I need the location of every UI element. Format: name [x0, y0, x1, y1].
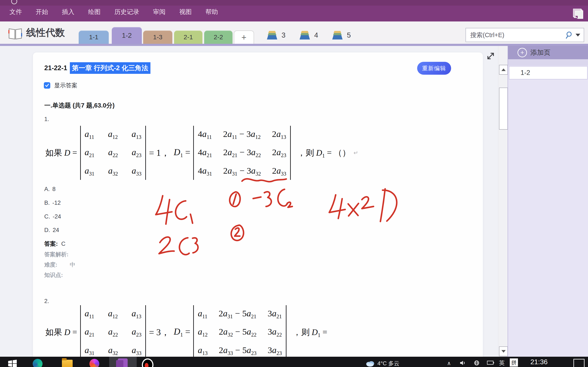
answer-label: 答案: [44, 241, 58, 247]
q1-tail: ，则 D1 = （） [297, 147, 351, 159]
question-1-number: 1. [44, 116, 49, 123]
sidebar-divider [508, 59, 588, 66]
file-explorer-icon[interactable] [62, 360, 73, 367]
search-scope-caret-icon[interactable] [576, 34, 580, 36]
q1-difficulty-row: 难度:中 [44, 261, 75, 268]
sticky-notes-icon[interactable] [572, 8, 583, 20]
page-list-sidebar: + 添加页 1-2 [508, 46, 588, 357]
page-title-highlight: 第一章 行列式-2 化三角法 [70, 62, 150, 74]
question-sheet-card: 21-22-1 第一章 行列式-2 化三角法 重新编辑 显示答案 一.单选题 (… [33, 52, 483, 357]
photos-app-icon[interactable] [89, 359, 99, 367]
ime-indicator[interactable]: 拼 [510, 359, 518, 367]
question-1-formula: 如果 D = a11a12a13a21a22a23a31a32a33 = 1， … [45, 127, 358, 179]
onenote-taskbar-icon[interactable] [118, 359, 128, 367]
tab-1-3[interactable]: 1-3 [143, 31, 172, 44]
section-group-4[interactable]: 4 [299, 31, 318, 40]
ribbon-menu: 文件 开始 插入 绘图 历史记录 审阅 视图 帮助 [9, 8, 218, 16]
q1-lead: 如果 D = [45, 147, 77, 158]
question-2-number: 2. [44, 298, 49, 305]
page-item-1-2[interactable]: 1-2 [509, 66, 588, 79]
tab-1-2[interactable]: 1-2 [112, 27, 142, 44]
menu-item-view[interactable]: 视图 [179, 8, 192, 16]
q2-determinant-d1: a112a31 − 5a213a21a122a32 − 5a223a22a132… [193, 305, 286, 359]
q1-answer-row: 答案:C [44, 240, 66, 248]
menu-item-help[interactable]: 帮助 [206, 8, 218, 16]
answer-value: C [61, 241, 66, 247]
main-scrollbar[interactable] [498, 46, 508, 357]
page-title: 21-22-1 第一章 行列式-2 化三角法 [44, 62, 150, 74]
search-icon[interactable] [565, 31, 574, 39]
section-heading: 一.单选题 (共7 题,63.0分) [44, 101, 114, 110]
menu-item-review[interactable]: 审阅 [153, 8, 165, 16]
search-input[interactable] [466, 31, 565, 39]
menu-item-file[interactable]: 文件 [9, 8, 22, 16]
add-page-label: 添加页 [530, 48, 550, 57]
scroll-up-button[interactable] [499, 65, 508, 75]
plus-icon: + [518, 48, 527, 57]
notebook-icon[interactable] [8, 27, 23, 40]
battery-icon[interactable] [487, 360, 494, 365]
tab-2-2[interactable]: 2-2 [204, 31, 233, 44]
q1-determinant-d: a11a12a13a21a22a23a31a32a33 [80, 126, 146, 180]
q1-equals-value: = 1， [149, 147, 170, 159]
scroll-down-button[interactable] [499, 346, 508, 356]
show-answer-checkbox[interactable] [44, 82, 50, 89]
section-group-3[interactable]: 3 [267, 31, 285, 40]
q2-tail: ，则 D1 = [293, 326, 327, 338]
page-title-prefix: 21-22-1 [44, 64, 67, 72]
q1-option-b: B.-12 [44, 200, 61, 206]
q1-analysis-label: 答案解析: [44, 251, 69, 258]
content-region: 21-22-1 第一章 行列式-2 化三角法 重新编辑 显示答案 一.单选题 (… [0, 46, 588, 357]
tray-chevron-up-icon[interactable]: ∧ [447, 360, 451, 366]
tab-1-1[interactable]: 1-1 [79, 31, 109, 44]
titlebar [0, 0, 588, 6]
q1-determinant-d1: 4a112a11 − 3a122a134a212a21 − 3a222a234a… [193, 126, 291, 180]
arrow-down-icon [502, 350, 506, 353]
paragraph-mark: ↵ [354, 150, 358, 156]
section-group-icon [332, 31, 344, 40]
expand-page-icon[interactable] [485, 50, 496, 62]
difficulty-value: 中 [70, 261, 75, 268]
clock[interactable]: 21:36 [530, 358, 548, 366]
arrow-up-icon [502, 68, 506, 71]
onenote-app: 文件 开始 插入 绘图 历史记录 审阅 视图 帮助 [0, 0, 588, 367]
search-box[interactable] [466, 28, 584, 42]
show-answer-row: 显示答案 [44, 82, 77, 89]
notebook-title[interactable]: 线性代数 [26, 26, 65, 39]
tab-2-1[interactable]: 2-1 [174, 31, 202, 44]
windows-start-icon[interactable] [8, 359, 18, 367]
tab-add-section[interactable]: + [234, 31, 254, 44]
show-answer-label: 显示答案 [54, 82, 77, 89]
question-2-formula: 如果 D = a11a12a13a21a22a23a31a32a33 = 3， … [45, 307, 327, 357]
q1-d1: D1 = [174, 147, 190, 158]
volume-icon[interactable] [459, 360, 466, 366]
network-icon[interactable] [474, 360, 480, 366]
menu-item-draw[interactable]: 绘图 [88, 8, 101, 16]
menu-item-home[interactable]: 开始 [36, 8, 48, 16]
add-page-header[interactable]: + 添加页 [508, 46, 588, 59]
notebook-tab-row: 线性代数 1-1 1-2 1-3 2-1 2-2 + 3 4 [0, 21, 588, 44]
q2-lead: 如果 D = [45, 326, 77, 338]
show-desktop-button[interactable] [573, 359, 585, 367]
q1-option-c: C.-24 [44, 213, 61, 220]
q2-equals-value: = 3， [149, 326, 170, 338]
screen-recorder-icon[interactable] [142, 359, 154, 367]
section-group-icon [299, 31, 311, 40]
menu-item-history[interactable]: 历史记录 [114, 8, 139, 16]
weather-text[interactable]: 4°C 多云 [377, 360, 399, 367]
windows-taskbar: 4°C 多云 ∧ 英 拼 21:36 [0, 357, 588, 367]
check-icon [45, 83, 49, 88]
edge-browser-icon[interactable] [33, 359, 43, 367]
scrollbar-thumb[interactable] [499, 88, 508, 130]
reedit-button[interactable]: 重新编辑 [417, 62, 451, 75]
tab-row-accent-strip [0, 44, 588, 46]
weather-cloud-icon[interactable] [365, 360, 375, 367]
q2-determinant-d: a11a12a13a21a22a23a31a32a33 [80, 305, 146, 359]
q1-option-d: D.24 [44, 227, 59, 234]
language-indicator[interactable]: 英 [499, 359, 505, 367]
q1-knowledge-label: 知识点: [44, 271, 63, 279]
q2-d1: D1 = [174, 326, 190, 338]
menu-item-insert[interactable]: 插入 [62, 8, 74, 16]
section-group-icon [267, 31, 278, 40]
section-group-5[interactable]: 5 [332, 31, 351, 40]
